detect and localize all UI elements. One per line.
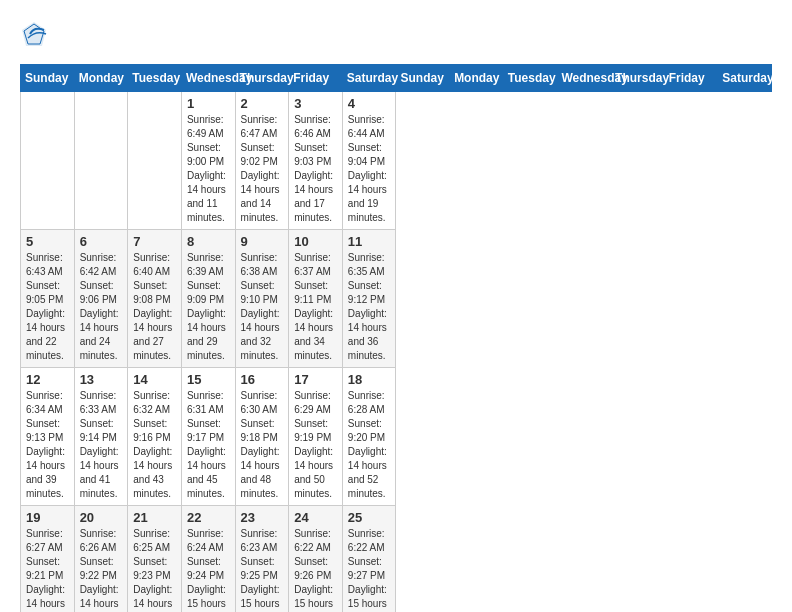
- calendar-cell: 10Sunrise: 6:37 AM Sunset: 9:11 PM Dayli…: [289, 230, 343, 368]
- header-tuesday: Tuesday: [128, 65, 182, 92]
- calendar-cell: 11Sunrise: 6:35 AM Sunset: 9:12 PM Dayli…: [342, 230, 396, 368]
- calendar-cell: 6Sunrise: 6:42 AM Sunset: 9:06 PM Daylig…: [74, 230, 128, 368]
- calendar-cell: 24Sunrise: 6:22 AM Sunset: 9:26 PM Dayli…: [289, 506, 343, 613]
- calendar-cell: 12Sunrise: 6:34 AM Sunset: 9:13 PM Dayli…: [21, 368, 75, 506]
- day-number: 11: [348, 234, 391, 249]
- calendar-cell: 15Sunrise: 6:31 AM Sunset: 9:17 PM Dayli…: [181, 368, 235, 506]
- cell-info: Sunrise: 6:42 AM Sunset: 9:06 PM Dayligh…: [80, 251, 123, 363]
- day-number: 18: [348, 372, 391, 387]
- day-number: 21: [133, 510, 176, 525]
- cell-info: Sunrise: 6:22 AM Sunset: 9:27 PM Dayligh…: [348, 527, 391, 612]
- cell-info: Sunrise: 6:25 AM Sunset: 9:23 PM Dayligh…: [133, 527, 176, 612]
- header-thursday: Thursday: [235, 65, 289, 92]
- cell-info: Sunrise: 6:29 AM Sunset: 9:19 PM Dayligh…: [294, 389, 337, 501]
- cell-info: Sunrise: 6:32 AM Sunset: 9:16 PM Dayligh…: [133, 389, 176, 501]
- day-number: 6: [80, 234, 123, 249]
- calendar-cell: 9Sunrise: 6:38 AM Sunset: 9:10 PM Daylig…: [235, 230, 289, 368]
- calendar-cell: 5Sunrise: 6:43 AM Sunset: 9:05 PM Daylig…: [21, 230, 75, 368]
- cell-info: Sunrise: 6:39 AM Sunset: 9:09 PM Dayligh…: [187, 251, 230, 363]
- header-saturday: Saturday: [342, 65, 396, 92]
- header-sunday: Sunday: [21, 65, 75, 92]
- day-number: 17: [294, 372, 337, 387]
- cell-info: Sunrise: 6:33 AM Sunset: 9:14 PM Dayligh…: [80, 389, 123, 501]
- calendar-cell: 20Sunrise: 6:26 AM Sunset: 9:22 PM Dayli…: [74, 506, 128, 613]
- calendar-cell: 22Sunrise: 6:24 AM Sunset: 9:24 PM Dayli…: [181, 506, 235, 613]
- cell-info: Sunrise: 6:49 AM Sunset: 9:00 PM Dayligh…: [187, 113, 230, 225]
- cell-info: Sunrise: 6:22 AM Sunset: 9:26 PM Dayligh…: [294, 527, 337, 612]
- calendar-cell: [21, 92, 75, 230]
- calendar-cell: 17Sunrise: 6:29 AM Sunset: 9:19 PM Dayli…: [289, 368, 343, 506]
- calendar-cell: 25Sunrise: 6:22 AM Sunset: 9:27 PM Dayli…: [342, 506, 396, 613]
- col-header-wednesday: Wednesday: [557, 65, 611, 92]
- cell-info: Sunrise: 6:27 AM Sunset: 9:21 PM Dayligh…: [26, 527, 69, 612]
- calendar-week-4: 19Sunrise: 6:27 AM Sunset: 9:21 PM Dayli…: [21, 506, 772, 613]
- calendar-cell: [74, 92, 128, 230]
- day-number: 23: [241, 510, 284, 525]
- cell-info: Sunrise: 6:37 AM Sunset: 9:11 PM Dayligh…: [294, 251, 337, 363]
- day-number: 14: [133, 372, 176, 387]
- calendar-cell: 2Sunrise: 6:47 AM Sunset: 9:02 PM Daylig…: [235, 92, 289, 230]
- calendar-week-3: 12Sunrise: 6:34 AM Sunset: 9:13 PM Dayli…: [21, 368, 772, 506]
- cell-info: Sunrise: 6:44 AM Sunset: 9:04 PM Dayligh…: [348, 113, 391, 225]
- calendar-week-2: 5Sunrise: 6:43 AM Sunset: 9:05 PM Daylig…: [21, 230, 772, 368]
- calendar-cell: 21Sunrise: 6:25 AM Sunset: 9:23 PM Dayli…: [128, 506, 182, 613]
- day-number: 10: [294, 234, 337, 249]
- col-header-sunday: Sunday: [396, 65, 450, 92]
- calendar-cell: 1Sunrise: 6:49 AM Sunset: 9:00 PM Daylig…: [181, 92, 235, 230]
- calendar-cell: 18Sunrise: 6:28 AM Sunset: 9:20 PM Dayli…: [342, 368, 396, 506]
- day-number: 19: [26, 510, 69, 525]
- day-number: 12: [26, 372, 69, 387]
- col-header-tuesday: Tuesday: [503, 65, 557, 92]
- day-number: 24: [294, 510, 337, 525]
- day-number: 20: [80, 510, 123, 525]
- cell-info: Sunrise: 6:38 AM Sunset: 9:10 PM Dayligh…: [241, 251, 284, 363]
- calendar-cell: 7Sunrise: 6:40 AM Sunset: 9:08 PM Daylig…: [128, 230, 182, 368]
- calendar-table: SundayMondayTuesdayWednesdayThursdayFrid…: [20, 64, 772, 612]
- header-monday: Monday: [74, 65, 128, 92]
- cell-info: Sunrise: 6:30 AM Sunset: 9:18 PM Dayligh…: [241, 389, 284, 501]
- cell-info: Sunrise: 6:43 AM Sunset: 9:05 PM Dayligh…: [26, 251, 69, 363]
- calendar-week-1: 1Sunrise: 6:49 AM Sunset: 9:00 PM Daylig…: [21, 92, 772, 230]
- col-header-thursday: Thursday: [611, 65, 665, 92]
- cell-info: Sunrise: 6:47 AM Sunset: 9:02 PM Dayligh…: [241, 113, 284, 225]
- day-number: 3: [294, 96, 337, 111]
- col-header-saturday: Saturday: [718, 65, 772, 92]
- cell-info: Sunrise: 6:46 AM Sunset: 9:03 PM Dayligh…: [294, 113, 337, 225]
- day-number: 9: [241, 234, 284, 249]
- cell-info: Sunrise: 6:40 AM Sunset: 9:08 PM Dayligh…: [133, 251, 176, 363]
- calendar-cell: [128, 92, 182, 230]
- day-number: 4: [348, 96, 391, 111]
- cell-info: Sunrise: 6:34 AM Sunset: 9:13 PM Dayligh…: [26, 389, 69, 501]
- day-number: 2: [241, 96, 284, 111]
- cell-info: Sunrise: 6:28 AM Sunset: 9:20 PM Dayligh…: [348, 389, 391, 501]
- calendar-cell: 19Sunrise: 6:27 AM Sunset: 9:21 PM Dayli…: [21, 506, 75, 613]
- header-wednesday: Wednesday: [181, 65, 235, 92]
- day-number: 13: [80, 372, 123, 387]
- cell-info: Sunrise: 6:26 AM Sunset: 9:22 PM Dayligh…: [80, 527, 123, 612]
- day-number: 5: [26, 234, 69, 249]
- calendar-header-row: SundayMondayTuesdayWednesdayThursdayFrid…: [21, 65, 772, 92]
- day-number: 1: [187, 96, 230, 111]
- day-number: 15: [187, 372, 230, 387]
- cell-info: Sunrise: 6:35 AM Sunset: 9:12 PM Dayligh…: [348, 251, 391, 363]
- calendar-cell: 13Sunrise: 6:33 AM Sunset: 9:14 PM Dayli…: [74, 368, 128, 506]
- col-header-monday: Monday: [450, 65, 504, 92]
- cell-info: Sunrise: 6:23 AM Sunset: 9:25 PM Dayligh…: [241, 527, 284, 612]
- page-header: [20, 20, 772, 48]
- calendar-cell: 8Sunrise: 6:39 AM Sunset: 9:09 PM Daylig…: [181, 230, 235, 368]
- day-number: 8: [187, 234, 230, 249]
- calendar-cell: 3Sunrise: 6:46 AM Sunset: 9:03 PM Daylig…: [289, 92, 343, 230]
- cell-info: Sunrise: 6:24 AM Sunset: 9:24 PM Dayligh…: [187, 527, 230, 612]
- header-friday: Friday: [289, 65, 343, 92]
- day-number: 7: [133, 234, 176, 249]
- calendar-cell: 4Sunrise: 6:44 AM Sunset: 9:04 PM Daylig…: [342, 92, 396, 230]
- logo-icon: [20, 20, 48, 48]
- day-number: 16: [241, 372, 284, 387]
- calendar-cell: 16Sunrise: 6:30 AM Sunset: 9:18 PM Dayli…: [235, 368, 289, 506]
- day-number: 22: [187, 510, 230, 525]
- logo: [20, 20, 52, 48]
- col-header-friday: Friday: [664, 65, 718, 92]
- calendar-cell: 23Sunrise: 6:23 AM Sunset: 9:25 PM Dayli…: [235, 506, 289, 613]
- calendar-cell: 14Sunrise: 6:32 AM Sunset: 9:16 PM Dayli…: [128, 368, 182, 506]
- day-number: 25: [348, 510, 391, 525]
